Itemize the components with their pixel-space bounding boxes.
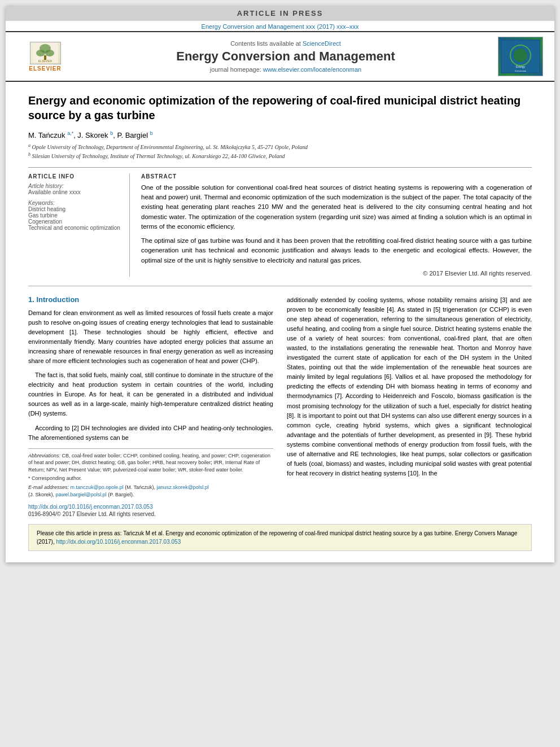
history-label: Article history: (28, 183, 121, 189)
email-note: E-mail addresses: m.tanczuk@po.opole.pl … (28, 484, 273, 498)
intro-right-p1: additionally extended by cooling systems… (287, 295, 532, 478)
author-sup-a: a,* (67, 130, 73, 136)
svg-point-9 (514, 49, 527, 62)
affil-a-text: Opole University of Technology, Departme… (32, 145, 308, 151)
article-body: Energy and economic optimization of the … (6, 82, 554, 562)
affil-b-text: Silesian University of Technology, Insti… (32, 153, 285, 159)
article-page: ARTICLE IN PRESS Energy Conversion and M… (6, 6, 554, 562)
footnotes: Abbreviations: CB, coal-fired water boil… (28, 448, 273, 499)
doi-text: http://dx.doi.org/10.1016/j.enconman.201… (28, 504, 153, 510)
article-title: Energy and economic optimization of the … (28, 93, 532, 123)
journal-logo-area: Energy Conversion (492, 37, 549, 76)
intro-left-p1: Demand for clean environment as well as … (28, 308, 273, 366)
doi-lines: http://dx.doi.org/10.1016/j.enconman.201… (28, 504, 273, 517)
sciencedirect-link[interactable]: ScienceDirect (303, 40, 341, 47)
affil-sup-a: a (28, 143, 30, 148)
intro-right-body: additionally extended by cooling systems… (287, 295, 532, 478)
journal-title-header: Energy Conversion and Management (85, 49, 487, 64)
journal-ref-line: Energy Conversion and Management xxx (20… (6, 21, 554, 31)
divider-1 (28, 286, 532, 286)
author-sup-b2: b (150, 130, 153, 136)
intro-left-p2: The fact is, that solid fuels, mainly co… (28, 370, 273, 418)
intro-left-body: Demand for clean environment as well as … (28, 308, 273, 443)
journal-logo-box: Energy Conversion (498, 37, 543, 76)
abbreviations-note: Abbreviations: CB, coal-fired water boil… (28, 452, 273, 474)
journal-header: ELSEVIER ELSEVIER Contents lists availab… (6, 31, 554, 82)
citation-link[interactable]: http://dx.doi.org/10.1016/j.enconman.201… (56, 539, 181, 545)
doi-line-1[interactable]: http://dx.doi.org/10.1016/j.enconman.201… (28, 504, 273, 510)
keyword-3: Cogeneration (28, 219, 121, 225)
svg-text:ELSEVIER: ELSEVIER (38, 59, 52, 63)
abbrev-label: Abbreviations: CB, coal-fired water boil… (28, 453, 270, 473)
right-column: additionally extended by cooling systems… (287, 295, 532, 518)
abstract-text: One of the possible solution for convent… (141, 183, 532, 265)
sciencedirect-line: Contents lists available at ScienceDirec… (85, 40, 487, 47)
article-info-label: ARTICLE INFO (28, 173, 121, 180)
keyword-4: Technical and economic optimization (28, 225, 121, 231)
history-value: Available online xxxx (28, 189, 121, 195)
elsevier-text: ELSEVIER (29, 65, 61, 72)
elsevier-logo-area: ELSEVIER ELSEVIER (11, 42, 79, 72)
author-sup-b1: b (110, 130, 113, 136)
svg-text:Conversion: Conversion (515, 69, 526, 72)
affiliation-a: a Opole University of Technology, Depart… (28, 143, 532, 150)
email-3[interactable]: pawel.bargiel@polsl.pl (56, 492, 107, 497)
intro-title: Introduction (36, 295, 79, 304)
homepage-url[interactable]: www.elsevier.com/locate/enconman (263, 66, 361, 73)
svg-point-3 (45, 50, 54, 56)
abstract-para-2: The optimal size of gas turbine was foun… (141, 236, 532, 265)
keyword-2: Gas turbine (28, 212, 121, 219)
svg-point-2 (36, 50, 45, 56)
authors-line: M. Tańczuk a,*, J. Skorek b, P. Bargiel … (28, 130, 532, 139)
left-column: 1. Introduction Demand for clean environ… (28, 295, 273, 518)
svg-text:Energy: Energy (516, 65, 525, 68)
elsevier-emblem: ELSEVIER (30, 42, 61, 64)
doi-line-2: 0196-8904/© 2017 Elsevier Ltd. All right… (28, 511, 273, 517)
journal-header-center: Contents lists available at ScienceDirec… (79, 40, 492, 73)
journal-ref-text: Energy Conversion and Management xxx (20… (202, 23, 359, 30)
corresponding-note: * Corresponding author. (28, 475, 273, 482)
affil-sup-b: b (28, 152, 30, 157)
copyright-doi: 0196-8904/© 2017 Elsevier Ltd. All right… (28, 511, 156, 517)
homepage-label: journal homepage: (210, 66, 261, 73)
affiliation-b: b Silesian University of Technology, Ins… (28, 152, 532, 159)
email-1[interactable]: m.tanczuk@po.opole.pl (71, 484, 124, 490)
article-info-abstract-section: ARTICLE INFO Article history: Available … (28, 167, 532, 277)
keywords-item: Keywords: District heating Gas turbine C… (28, 200, 121, 231)
abstract-label: ABSTRACT (141, 173, 532, 180)
intro-heading: 1. Introduction (28, 295, 273, 304)
contents-label: Contents lists available at (230, 40, 303, 47)
article-info-col: ARTICLE INFO Article history: Available … (28, 173, 130, 277)
keyword-1: District heating (28, 206, 121, 212)
intro-left-p3: According to [2] DH technologies are div… (28, 423, 273, 443)
citation-banner: Please cite this article in press as: Ta… (28, 524, 532, 551)
email-2[interactable]: janusz.skorek@polsl.pl (157, 484, 209, 490)
article-history-item: Article history: Available online xxxx (28, 183, 121, 195)
abstract-col: ABSTRACT One of the possible solution fo… (141, 173, 532, 277)
article-in-press-banner: ARTICLE IN PRESS (6, 6, 554, 21)
abstract-para-1: One of the possible solution for convent… (141, 183, 532, 231)
intro-number: 1. (28, 295, 34, 304)
journal-homepage: journal homepage: www.elsevier.com/locat… (85, 66, 487, 73)
main-content: 1. Introduction Demand for clean environ… (28, 295, 532, 518)
keywords-label: Keywords: (28, 200, 55, 206)
copyright-line: © 2017 Elsevier Ltd. All rights reserved… (141, 270, 532, 277)
banner-text: ARTICLE IN PRESS (237, 9, 323, 18)
